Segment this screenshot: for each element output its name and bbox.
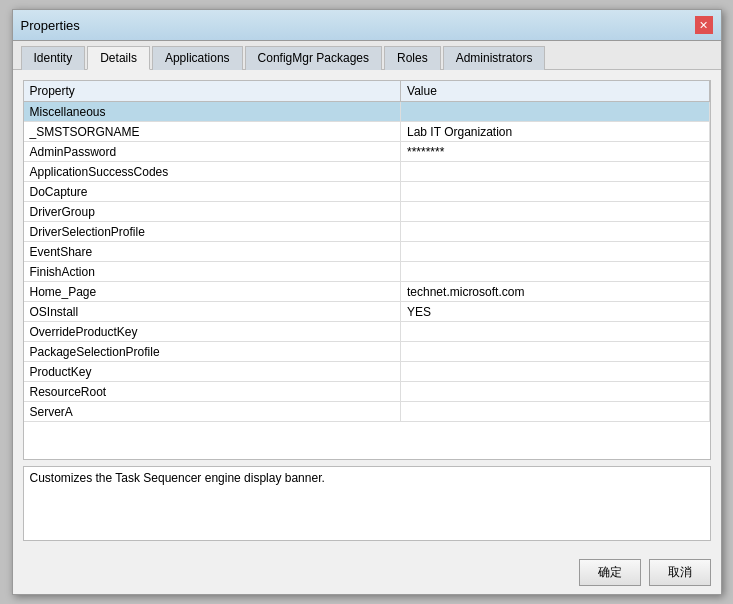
cell-value: [401, 102, 709, 122]
cell-value: [401, 342, 709, 362]
cell-property: DriverGroup: [24, 202, 401, 222]
column-header-value: Value: [401, 81, 709, 102]
properties-window: Properties ✕ IdentityDetailsApplications…: [12, 9, 722, 595]
cell-property: Home_Page: [24, 282, 401, 302]
cell-property: Miscellaneous: [24, 102, 401, 122]
description-box: Customizes the Task Sequencer engine dis…: [23, 466, 711, 541]
cell-value: ********: [401, 142, 709, 162]
cell-value: [401, 382, 709, 402]
tab-applications[interactable]: Applications: [152, 46, 243, 70]
table-row[interactable]: FinishAction: [24, 262, 710, 282]
cell-property: _SMSTSORGNAME: [24, 122, 401, 142]
tab-bar: IdentityDetailsApplicationsConfigMgr Pac…: [13, 41, 721, 70]
tab-administrators[interactable]: Administrators: [443, 46, 546, 70]
properties-table-container[interactable]: Property Value Miscellaneous_SMSTSORGNAM…: [23, 80, 711, 460]
cell-value: [401, 202, 709, 222]
table-row[interactable]: _SMSTSORGNAMELab IT Organization: [24, 122, 710, 142]
cell-value: [401, 322, 709, 342]
cell-property: DoCapture: [24, 182, 401, 202]
cell-property: ServerA: [24, 402, 401, 422]
table-row[interactable]: DriverGroup: [24, 202, 710, 222]
table-row[interactable]: PackageSelectionProfile: [24, 342, 710, 362]
window-title: Properties: [21, 18, 80, 33]
cell-property: ResourceRoot: [24, 382, 401, 402]
cell-property: ProductKey: [24, 362, 401, 382]
table-row[interactable]: ProductKey: [24, 362, 710, 382]
cell-value: [401, 182, 709, 202]
properties-table: Property Value Miscellaneous_SMSTSORGNAM…: [24, 81, 710, 422]
cell-value: [401, 362, 709, 382]
cancel-button[interactable]: 取消: [649, 559, 711, 586]
cell-property: OSInstall: [24, 302, 401, 322]
cell-value: [401, 222, 709, 242]
table-row[interactable]: OverrideProductKey: [24, 322, 710, 342]
cell-value: [401, 162, 709, 182]
table-row[interactable]: Home_Pagetechnet.microsoft.com: [24, 282, 710, 302]
confirm-button[interactable]: 确定: [579, 559, 641, 586]
cell-property: OverrideProductKey: [24, 322, 401, 342]
table-row[interactable]: DriverSelectionProfile: [24, 222, 710, 242]
table-row[interactable]: DoCapture: [24, 182, 710, 202]
cell-property: ApplicationSuccessCodes: [24, 162, 401, 182]
table-row[interactable]: ServerA: [24, 402, 710, 422]
description-text: Customizes the Task Sequencer engine dis…: [30, 471, 325, 485]
cell-value: [401, 402, 709, 422]
cell-value: [401, 262, 709, 282]
titlebar: Properties ✕: [13, 10, 721, 41]
cell-property: PackageSelectionProfile: [24, 342, 401, 362]
cell-property: EventShare: [24, 242, 401, 262]
tab-roles[interactable]: Roles: [384, 46, 441, 70]
table-row[interactable]: ApplicationSuccessCodes: [24, 162, 710, 182]
tab-details[interactable]: Details: [87, 46, 150, 70]
cell-value: technet.microsoft.com: [401, 282, 709, 302]
table-row[interactable]: Miscellaneous: [24, 102, 710, 122]
footer: 确定 取消: [13, 551, 721, 594]
table-row[interactable]: ResourceRoot: [24, 382, 710, 402]
close-button[interactable]: ✕: [695, 16, 713, 34]
cell-value: [401, 242, 709, 262]
table-body: Miscellaneous_SMSTSORGNAMELab IT Organiz…: [24, 102, 710, 422]
cell-property: DriverSelectionProfile: [24, 222, 401, 242]
tab-identity[interactable]: Identity: [21, 46, 86, 70]
table-row[interactable]: EventShare: [24, 242, 710, 262]
cell-value: YES: [401, 302, 709, 322]
cell-value: Lab IT Organization: [401, 122, 709, 142]
table-row[interactable]: OSInstallYES: [24, 302, 710, 322]
cell-property: AdminPassword: [24, 142, 401, 162]
content-area: Property Value Miscellaneous_SMSTSORGNAM…: [13, 70, 721, 551]
tab-configmgr[interactable]: ConfigMgr Packages: [245, 46, 382, 70]
column-header-property: Property: [24, 81, 401, 102]
cell-property: FinishAction: [24, 262, 401, 282]
table-row[interactable]: AdminPassword********: [24, 142, 710, 162]
